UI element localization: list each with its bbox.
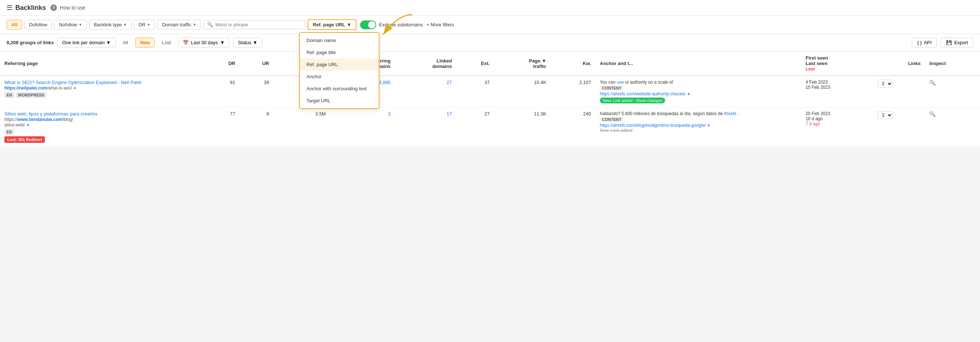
last-30-days-btn[interactable]: 📅 Last 30 days ▼ <box>178 38 229 48</box>
target-url-chevron-icon[interactable]: ▼ <box>687 92 690 96</box>
tag-en: EN <box>5 92 14 98</box>
search-wrap: 🔍 <box>203 20 305 29</box>
page-domain: https://neilpatel.com <box>5 85 47 91</box>
dr-cell-2: 77 <box>206 107 240 147</box>
kw-cell: 2,107 <box>550 76 595 107</box>
ext-cell: 37 <box>456 76 494 107</box>
ref-page-dropdown: Domain name Ref. page title Ref. page UR… <box>299 32 379 109</box>
content-badge: CONTENT <box>600 85 624 91</box>
linked-domains-cell[interactable]: 27 <box>395 76 456 107</box>
new-link-badge[interactable]: New: Link added · Show changes <box>600 97 665 104</box>
col-page-traffic[interactable]: Page ▼traffic <box>494 51 550 76</box>
col-first-seen: First seenLast seenLost <box>801 51 873 76</box>
inspect-cell-2: 🔍 <box>925 107 980 147</box>
exclude-subdomains-wrap: Exclude subdomains <box>360 21 423 29</box>
dates-cell-2: 20 Feb 202310 d ago 7 d ago <box>801 107 873 147</box>
nofollow-filter-btn[interactable]: Nofollow ▼ <box>54 20 87 30</box>
status-chevron-icon: ▼ <box>253 40 258 45</box>
ago-text: 7 d ago <box>806 121 820 126</box>
backlink-type-chevron-icon: ▼ <box>123 22 127 27</box>
nofollow-chevron-icon: ▼ <box>78 22 82 27</box>
links-select[interactable]: 2 <box>878 80 893 88</box>
calendar-icon: 📅 <box>183 40 189 45</box>
all-filter-btn[interactable]: All <box>6 20 22 30</box>
col-links: Links <box>873 51 925 76</box>
export-btn[interactable]: 💾 Export <box>940 38 974 48</box>
ref-page-url-dropdown-btn[interactable]: Ref. page URL ▼ <box>307 19 356 30</box>
tab-new[interactable]: New <box>135 38 155 48</box>
col-dr[interactable]: DR <box>206 51 240 76</box>
table-row: What Is SEO? Search Engine Optimization … <box>0 76 980 107</box>
one-link-per-domain-btn[interactable]: One link per domain ▼ <box>57 38 115 48</box>
domain-traffic-chevron-icon: ▼ <box>192 22 196 27</box>
dr-filter-btn[interactable]: DR ▼ <box>134 20 156 30</box>
links-cell-2: 1 <box>873 107 925 147</box>
page-traffic-cell-2: 11.3K <box>494 107 550 147</box>
strikethrough-badge: New: Link added <box>600 128 632 133</box>
col-linked-domains[interactable]: Linkeddomains <box>395 51 456 76</box>
anchor-cell-2: hablando? 5.600 millones de búsquedas al… <box>595 107 801 147</box>
search-input[interactable] <box>215 22 301 27</box>
anchor-link-2[interactable]: Ahrefs <box>724 111 737 116</box>
referring-domains-cell-2[interactable]: 3 <box>330 107 395 147</box>
links-cell: 2 <box>873 76 925 107</box>
col-ur[interactable]: UR <box>240 51 274 76</box>
domain-traffic-filter-btn[interactable]: Domain traffic ▼ <box>157 20 201 30</box>
domain-traffic-cell-2: 3.5M <box>274 107 330 147</box>
url-expand-icon-2[interactable]: ▼ <box>26 123 30 127</box>
page-traffic-cell: 15.4K <box>494 76 550 107</box>
table-row: Sitios web: tipos y plataformas para cre… <box>0 107 980 147</box>
backlink-type-filter-btn[interactable]: Backlink type ▼ <box>89 20 132 30</box>
target-url-link-2[interactable]: https://ahrefs.com/blog/es/algoritmo-bus… <box>600 123 706 128</box>
how-to-use-link[interactable]: How to use <box>60 5 85 11</box>
page-title-link-2[interactable]: Sitios web: tipos y plataformas para cre… <box>5 111 97 117</box>
page-url-2: https://www.tiendanube.com/blog/sitios-w… <box>5 117 73 128</box>
one-link-chevron-icon: ▼ <box>106 40 111 45</box>
ur-cell: 39 <box>240 76 274 107</box>
hamburger-menu[interactable]: ☰ <box>6 4 13 12</box>
content-badge-2: CONTENT <box>600 117 624 122</box>
api-icon: { } <box>917 40 922 45</box>
status-btn[interactable]: Status ▼ <box>233 38 262 48</box>
col-kw[interactable]: Kw. <box>550 51 595 76</box>
ref-page-url-chevron-icon: ▼ <box>347 22 352 27</box>
dates-cell: 4 Feb 202315 Feb 2023 <box>801 76 873 107</box>
col-referring-page: Referring page <box>0 51 206 76</box>
dropdown-item-anchor[interactable]: Anchor <box>300 70 379 83</box>
dropdown-item-ref-page-url[interactable]: Ref. page URL <box>300 59 379 70</box>
target-url-chevron-icon-2[interactable]: ▼ <box>707 123 711 128</box>
dr-cell: 91 <box>206 76 240 107</box>
dropdown-item-domain-name[interactable]: Domain name <box>300 34 379 46</box>
ext-cell-2: 27 <box>456 107 494 147</box>
col-anchor: Anchor and t... <box>595 51 801 76</box>
col-ext[interactable]: Ext. <box>456 51 494 76</box>
tab-all[interactable]: All <box>119 38 132 47</box>
links-select-2[interactable]: 1 <box>878 111 893 119</box>
help-icon[interactable]: ? <box>50 5 57 11</box>
inspect-cell: 🔍 <box>925 76 980 107</box>
export-icon: 💾 <box>946 40 952 45</box>
dropdown-item-ref-page-title[interactable]: Ref. page title <box>300 46 379 59</box>
url-expand-icon[interactable]: ▼ <box>73 86 76 90</box>
inspect-search-icon-2[interactable]: 🔍 <box>929 111 935 117</box>
page-tags-2: ES <box>5 129 201 135</box>
exclude-subdomains-toggle[interactable] <box>360 21 376 29</box>
dropdown-item-anchor-surrounding[interactable]: Anchor with surrounding text <box>300 83 379 94</box>
inspect-search-icon[interactable]: 🔍 <box>929 80 935 85</box>
page-url: https://neilpatel.com/what-is-seo/ <box>5 85 73 91</box>
api-btn[interactable]: { } API <box>912 38 937 48</box>
anchor-link[interactable]: use <box>617 80 624 85</box>
tab-lost[interactable]: Lost <box>158 38 175 47</box>
dropdown-item-target-url[interactable]: Target URL <box>300 94 379 107</box>
linked-domains-cell-2[interactable]: 17 <box>395 107 456 147</box>
dofollow-filter-btn[interactable]: Dofollow <box>24 20 52 30</box>
more-filters-btn[interactable]: + More filters <box>426 22 454 27</box>
filter-bar: All Dofollow Nofollow ▼ Backlink type ▼ … <box>0 16 980 34</box>
anchor-cell: You can use ur authority on a scale of C… <box>595 76 801 107</box>
page-title-link[interactable]: What Is SEO? Search Engine Optimization … <box>5 80 141 85</box>
referring-page-cell-2: Sitios web: tipos y plataformas para cre… <box>0 107 206 147</box>
target-url-link[interactable]: https://ahrefs.com/website-authority-che… <box>600 91 686 96</box>
exclude-subdomains-label: Exclude subdomains <box>379 22 423 27</box>
page-tags: EN WORDPRESS <box>5 92 201 98</box>
dr-chevron-icon: ▼ <box>147 22 151 27</box>
